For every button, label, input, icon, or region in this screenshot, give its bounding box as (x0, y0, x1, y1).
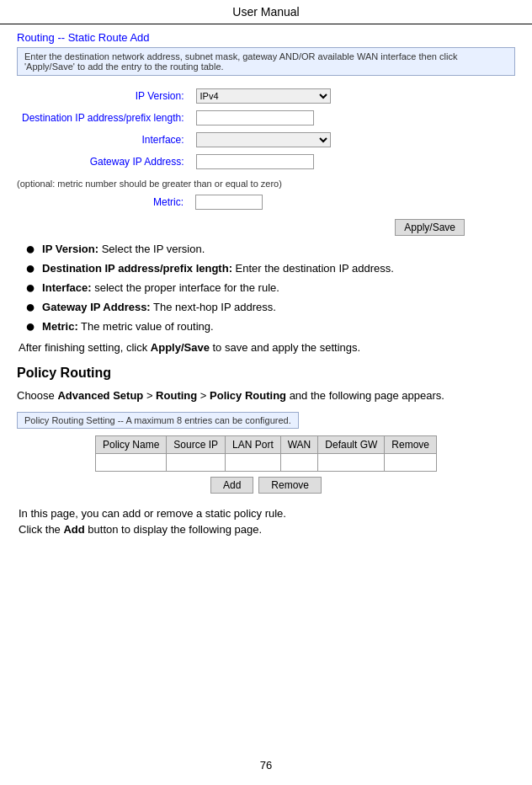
info-text-2: Click the Add button to display the foll… (19, 523, 515, 536)
bullet-text: Destination IP address/prefix length: En… (42, 262, 394, 275)
col-remove: Remove (385, 435, 437, 453)
bullet-text: IP Version: Select the IP version. (42, 243, 205, 255)
dest-ip-label: Destination IP address/prefix length: (22, 112, 184, 124)
col-policy-name: Policy Name (95, 435, 166, 453)
optional-note: (optional: metric number should be great… (17, 179, 515, 189)
list-item: ● Gateway IP Address: The next-hop IP ad… (25, 301, 515, 315)
bullet-dot: ● (25, 298, 35, 315)
static-route-description: Enter the destination network address, s… (17, 47, 515, 76)
bullet-text: Metric: The metric value of routing. (42, 320, 214, 333)
list-item: ● Metric: The metric value of routing. (25, 320, 515, 334)
policy-routing-heading: Policy Routing (17, 366, 515, 381)
policy-choose-text: Choose Advanced Setup > Routing > Policy… (17, 387, 515, 405)
bullet-dot: ● (25, 318, 35, 334)
info-text-1: In this page, you can add or remove a st… (19, 507, 515, 520)
ip-version-label: IP Version: (136, 90, 184, 102)
apply-save-button[interactable]: Apply/Save (395, 219, 465, 236)
metric-input[interactable] (195, 195, 263, 210)
col-default-gw: Default GW (318, 435, 385, 453)
bullet-dot: ● (25, 240, 35, 257)
table-row (95, 453, 436, 471)
bullet-dot: ● (25, 279, 35, 296)
gateway-label: Gateway IP Address: (90, 156, 184, 168)
metric-label: Metric: (153, 196, 184, 208)
interface-label: Interface: (142, 134, 184, 146)
ip-version-select[interactable]: IPv4 IPv6 (196, 88, 331, 104)
static-route-heading: Routing -- Static Route Add (17, 31, 515, 44)
table-btn-row: Add Remove (210, 477, 322, 494)
bullet-text: Gateway IP Address: The next-hop IP addr… (42, 301, 276, 313)
gateway-input[interactable] (196, 154, 314, 169)
dest-ip-input[interactable] (196, 110, 314, 125)
list-item: ● IP Version: Select the IP version. (25, 243, 515, 257)
bottom-text: In this page, you can add or remove a st… (17, 507, 515, 536)
static-route-section: Routing -- Static Route Add Enter the de… (17, 31, 515, 236)
bullet-dot: ● (25, 259, 35, 276)
bullet-text: Interface: select the proper interface f… (42, 281, 279, 294)
policy-table-wrapper: Policy Name Source IP LAN Port WAN Defau… (17, 435, 515, 499)
bullet-list: ● IP Version: Select the IP version. ● D… (25, 243, 515, 334)
col-source-ip: Source IP (167, 435, 226, 453)
list-item: ● Destination IP address/prefix length: … (25, 262, 515, 276)
col-lan-port: LAN Port (226, 435, 281, 453)
after-bullets-text: After finishing setting, click Apply/Sav… (17, 341, 515, 354)
remove-button[interactable]: Remove (258, 477, 322, 494)
add-button[interactable]: Add (210, 477, 253, 494)
static-route-form: IP Version: IPv4 IPv6 Destination IP add… (17, 84, 515, 174)
col-wan: WAN (280, 435, 318, 453)
policy-setting-note: Policy Routing Setting -- A maximum 8 en… (17, 412, 299, 429)
policy-routing-section: Policy Routing Choose Advanced Setup > R… (17, 366, 515, 536)
list-item: ● Interface: select the proper interface… (25, 281, 515, 296)
page-title: User Manual (0, 0, 532, 24)
metric-form: Metric: (17, 190, 515, 214)
policy-table: Policy Name Source IP LAN Port WAN Defau… (95, 435, 437, 472)
interface-select[interactable] (196, 132, 331, 147)
page-number: 76 (0, 759, 532, 772)
